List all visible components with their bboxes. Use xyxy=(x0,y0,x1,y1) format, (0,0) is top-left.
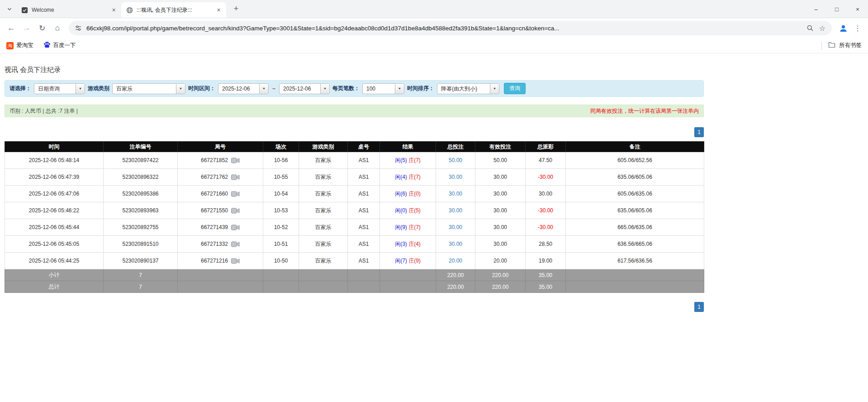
total-bet-link[interactable]: 20.00 xyxy=(449,258,462,264)
cell-time: 2025-12-06 05:48:14 xyxy=(5,152,104,169)
summary-note: 同局有效投注，统一计算在该局第一张注单内 xyxy=(590,107,699,115)
chevron-down-icon[interactable]: ▼ xyxy=(259,84,268,94)
bookmark-baidu[interactable]: 百度一下 xyxy=(43,41,76,50)
search-button[interactable]: 查询 xyxy=(504,83,526,94)
game-type-label: 游戏类别 xyxy=(88,85,109,92)
all-bookmarks[interactable]: 所有书签 xyxy=(821,42,862,50)
total-bet-link[interactable]: 30.00 xyxy=(449,241,462,247)
video-replay-icon[interactable] xyxy=(231,208,240,214)
cell-result: 闲(5) 庄(7) xyxy=(380,152,436,169)
site-info-icon[interactable] xyxy=(74,24,82,32)
subtotal-payout: 35.00 xyxy=(526,269,566,281)
column-header: 时间 xyxy=(5,142,104,152)
date-to-select[interactable]: 2025-12-06 ▼ xyxy=(279,83,330,94)
browser-toolbar: ← → ↻ ⌂ 66cxkj98.com/ipl/portal.php/game… xyxy=(0,18,868,38)
date-from-select[interactable]: 2025-12-06 ▼ xyxy=(218,83,269,94)
cell-game-type: 百家乐 xyxy=(299,186,348,202)
tab-search-chevron-icon[interactable] xyxy=(4,3,15,15)
cell-result: 闲(0) 庄(5) xyxy=(380,202,436,219)
bookmark-star-icon[interactable]: ☆ xyxy=(818,24,826,32)
total-bet-link[interactable]: 30.00 xyxy=(449,174,462,180)
cell-total-bet: 30.00 xyxy=(436,186,475,202)
cell-total-bet: 30.00 xyxy=(436,202,475,219)
cell-valid-bet: 50.00 xyxy=(475,152,526,169)
maximize-button[interactable]: □ xyxy=(826,0,847,18)
tab-bet-records[interactable]: :::视讯, 会员下注纪录::: × xyxy=(121,2,226,18)
close-window-button[interactable]: × xyxy=(847,0,868,18)
cell-valid-bet: 30.00 xyxy=(475,219,526,236)
minimize-button[interactable]: – xyxy=(806,0,826,18)
cell-round: 667271550 xyxy=(178,202,263,219)
zoom-icon[interactable] xyxy=(806,24,814,32)
cell-table-id: AS1 xyxy=(348,219,380,236)
page-title: 视讯 会员下注纪录 xyxy=(5,66,868,74)
select-label: 请选择： xyxy=(9,85,31,92)
video-replay-icon[interactable] xyxy=(231,174,240,180)
page-button[interactable]: 1 xyxy=(694,127,704,137)
url-bar[interactable]: 66cxkj98.com/ipl/portal.php/game/betreco… xyxy=(69,21,832,35)
chevron-down-icon[interactable]: ▼ xyxy=(490,84,499,94)
cell-valid-bet: 30.00 xyxy=(475,236,526,253)
url-text[interactable]: 66cxkj98.com/ipl/portal.php/game/betreco… xyxy=(86,25,802,32)
result-player: 闲(4) xyxy=(395,174,407,180)
total-bet-link[interactable]: 30.00 xyxy=(449,207,462,214)
query-type-select[interactable]: 日期查询 ▼ xyxy=(34,83,85,94)
subtotal-count: 7 xyxy=(104,269,178,281)
video-replay-icon[interactable] xyxy=(231,191,240,197)
cell-bet-id: 523020890137 xyxy=(104,253,178,269)
home-button[interactable]: ⌂ xyxy=(50,20,65,36)
chevron-down-icon[interactable]: ▼ xyxy=(76,84,85,94)
cell-valid-bet: 20.00 xyxy=(475,253,526,269)
table-row: 2025-12-06 05:48:14523020897422667271852… xyxy=(5,152,704,169)
round-number: 667271660 xyxy=(201,191,228,197)
total-bet-link[interactable]: 50.00 xyxy=(449,157,462,163)
tab-welcome[interactable]: Welcome × xyxy=(16,2,121,18)
video-replay-icon[interactable] xyxy=(231,225,240,230)
tab-close-icon[interactable]: × xyxy=(110,6,118,14)
header-row: 时间注单编号局号场次游戏类别桌号结果总投注有效投注总派彩备注 xyxy=(5,142,704,152)
cell-bet-id: 523020892755 xyxy=(104,219,178,236)
page-size-select[interactable]: 100 ▼ xyxy=(362,83,404,94)
back-button[interactable]: ← xyxy=(4,20,19,36)
column-header: 总派彩 xyxy=(526,142,566,152)
bookmark-taobao[interactable]: 淘 爱淘宝 xyxy=(6,42,33,49)
video-replay-icon[interactable] xyxy=(231,158,240,163)
result-player: 闲(6) xyxy=(395,191,407,197)
total-bet-link[interactable]: 30.00 xyxy=(449,224,462,230)
cell-round: 667271439 xyxy=(178,219,263,236)
menu-icon[interactable]: ⋮ xyxy=(851,20,864,36)
total-bet-link[interactable]: 30.00 xyxy=(449,191,462,197)
chevron-down-icon[interactable]: ▼ xyxy=(176,84,185,94)
browser-titlebar: Welcome × :::视讯, 会员下注纪录::: × + – □ × xyxy=(0,0,868,18)
tab-close-icon[interactable]: × xyxy=(215,6,223,14)
total-total-bet: 220.00 xyxy=(436,281,475,293)
tab-title: :::视讯, 会员下注纪录::: xyxy=(137,6,215,14)
chevron-down-icon[interactable]: ▼ xyxy=(395,84,404,94)
chevron-down-icon[interactable]: ▼ xyxy=(320,84,329,94)
result-banker: 庄(7) xyxy=(408,174,421,180)
page-button[interactable]: 1 xyxy=(694,302,704,312)
cell-total-bet: 20.00 xyxy=(436,253,475,269)
refresh-button[interactable]: ↻ xyxy=(34,20,50,36)
forward-button[interactable]: → xyxy=(19,20,34,36)
cell-bet-id: 523020896322 xyxy=(104,169,178,186)
all-bookmarks-label: 所有书签 xyxy=(839,42,862,49)
cell-time: 2025-12-06 05:47:39 xyxy=(5,169,104,186)
total-row: 总计 7 220.00 220.00 35.00 xyxy=(5,281,704,293)
sort-select[interactable]: 降幂(由大到小) ▼ xyxy=(437,83,499,94)
date-separator: ~ xyxy=(271,86,276,92)
date-range-label: 时间区间： xyxy=(188,85,215,92)
cell-bet-id: 523020897422 xyxy=(104,152,178,169)
taobao-icon: 淘 xyxy=(6,42,14,49)
pagination-top: 1 xyxy=(5,127,704,137)
result-banker: 庄(7) xyxy=(408,157,421,163)
video-replay-icon[interactable] xyxy=(231,258,240,264)
new-tab-button[interactable]: + xyxy=(230,3,242,15)
video-replay-icon[interactable] xyxy=(231,241,240,247)
profile-icon[interactable] xyxy=(835,20,851,36)
bookmarks-divider xyxy=(821,42,822,50)
cell-result: 闲(3) 庄(4) xyxy=(380,236,436,253)
cell-result: 闲(4) 庄(7) xyxy=(380,169,436,186)
cell-game-type: 百家乐 xyxy=(299,169,348,186)
game-type-select[interactable]: 百家乐 ▼ xyxy=(112,83,185,94)
